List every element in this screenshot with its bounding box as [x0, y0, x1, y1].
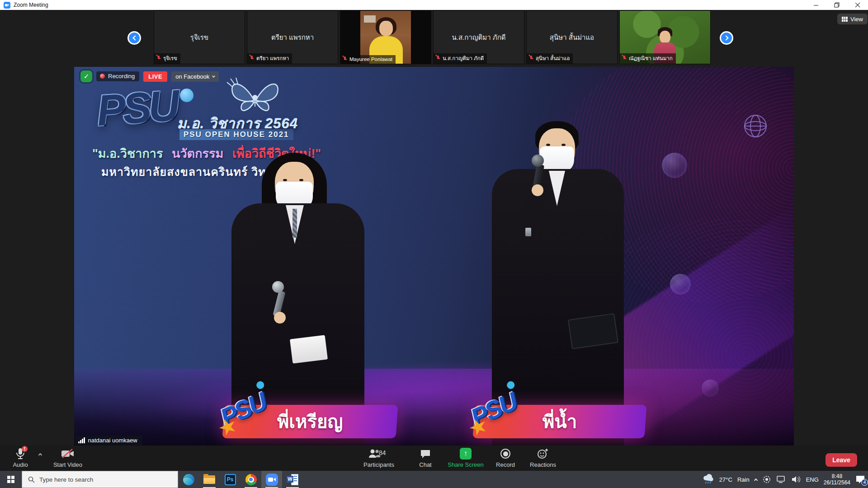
script-paper — [290, 335, 328, 363]
psu-logo: PSU — [95, 80, 178, 136]
network-icon[interactable] — [776, 475, 786, 483]
tray-overflow-caret[interactable] — [754, 478, 757, 482]
shared-screen-video: ✓ Recording LIVE on Facebook PSU — [74, 67, 794, 446]
speaker-name: natdanai uomkaew — [88, 437, 137, 444]
start-video-button[interactable]: Start Video — [50, 448, 86, 468]
taskbar-word-icon[interactable]: W — [282, 471, 303, 488]
presenter-eye — [546, 144, 550, 146]
filmstrip-prev-button[interactable] — [127, 31, 141, 45]
reactions-smiley-icon — [537, 448, 549, 459]
taskbar-zoom-icon[interactable] — [261, 471, 282, 488]
mic-muted-icon — [529, 55, 533, 61]
window-title: Zoom Meeting — [14, 2, 48, 8]
recording-label: Recording — [108, 73, 135, 80]
presenter-eye — [283, 179, 287, 181]
mic-muted-icon — [343, 56, 347, 62]
share-screen-button[interactable]: ↑ Share Screen — [445, 448, 486, 468]
word-letter: W — [287, 476, 293, 483]
participant-label: ณัฏฐณิชา แท่นมาก — [629, 54, 673, 62]
record-dot-icon — [100, 74, 105, 79]
zoom-app-icon — [4, 2, 10, 9]
participant-tile[interactable]: ตรียา แพรกหา ตรียา แพรกหา — [247, 10, 338, 64]
taskbar-chrome-icon[interactable] — [241, 471, 261, 488]
weather-description[interactable]: Rain — [737, 476, 750, 483]
live-badge: LIVE — [143, 71, 167, 82]
chrome-icon — [245, 474, 257, 485]
participant-label: ตรียา แพรกหา — [256, 54, 289, 62]
taskbar-search-input[interactable]: Type here to search — [22, 471, 178, 488]
start-button[interactable] — [0, 471, 22, 488]
title-bar: Zoom Meeting — [0, 0, 868, 10]
event-subtitle: PSU OPEN HOUSE 2021 — [179, 129, 293, 140]
chevron-left-icon — [132, 35, 137, 40]
participant-name: น.ส.กาญติมา ภักดี — [434, 32, 524, 43]
presenter-hand — [532, 184, 543, 196]
word-icon: W — [287, 474, 298, 485]
bubble-decoration — [662, 153, 687, 178]
participant-label: น.ส.กาญติมา ภักดี — [443, 54, 484, 62]
chat-button[interactable]: Chat — [413, 448, 438, 468]
zoom-meeting-window: Zoom Meeting รุจิเรข รุจิเรข ตรียา แพรกห… — [0, 0, 868, 488]
folder-icon — [203, 475, 215, 484]
participant-tile[interactable]: น.ส.กาญติมา ภักดี น.ส.กาญติมา ภักดี — [433, 10, 524, 64]
microphone-head — [532, 155, 544, 167]
participant-name: ตรียา แพรกหา — [247, 32, 338, 43]
minimize-button[interactable] — [806, 0, 826, 10]
audio-button[interactable]: ! Audio — [6, 448, 34, 468]
edge-icon — [183, 474, 194, 485]
mic-muted-icon — [156, 55, 161, 61]
participant-tile-video[interactable]: Mayuree Ponlawat — [340, 10, 431, 64]
record-label: Record — [496, 461, 515, 468]
start-video-label: Start Video — [53, 461, 82, 468]
mic-muted-icon — [436, 55, 440, 61]
video-detail — [379, 21, 393, 36]
view-button[interactable]: View — [837, 14, 868, 24]
weather-rain-icon[interactable] — [703, 474, 714, 485]
reactions-label: Reactions — [530, 461, 556, 468]
taskbar-file-explorer-icon[interactable] — [199, 471, 220, 488]
chat-label: Chat — [419, 461, 431, 468]
tagline-part-2: นวัตกรรม — [172, 147, 223, 160]
recording-indicator[interactable]: Recording — [96, 71, 139, 81]
chevron-down-icon — [212, 74, 215, 77]
taskbar-photoshop-icon[interactable]: Ps — [220, 471, 241, 488]
security-shield-icon[interactable]: ✓ — [80, 70, 92, 82]
action-center-button[interactable]: 4 — [855, 474, 866, 484]
participant-label: สุนิษา สั้นม่าแอ — [536, 54, 570, 62]
participant-tile[interactable]: สุนิษา สั้นม่าแอ สุนิษา สั้นม่าแอ — [526, 10, 618, 64]
mic-muted-icon — [622, 55, 627, 61]
left-presenter-name: พี่เหรียญ — [277, 407, 343, 436]
participant-label: Mayuree Ponlawat — [349, 56, 392, 62]
participants-button[interactable]: 84 Participants — [359, 448, 398, 468]
participant-tile[interactable]: รุจิเรข รุจิเรข — [154, 10, 245, 64]
globe-icon — [742, 113, 769, 139]
suit-emblem — [525, 228, 531, 236]
restore-button[interactable] — [826, 0, 847, 10]
filmstrip-next-button[interactable] — [720, 31, 733, 45]
search-icon — [28, 476, 35, 483]
close-button[interactable] — [847, 0, 868, 10]
taskbar-clock[interactable]: 8:48 26/11/2564 — [824, 473, 850, 486]
record-button[interactable]: Record — [492, 448, 519, 468]
share-screen-label: Share Screen — [448, 461, 484, 468]
speaker-icon[interactable] — [791, 475, 801, 483]
live-destination-dropdown[interactable]: on Facebook — [171, 71, 219, 82]
audio-options-caret[interactable] — [38, 453, 42, 457]
psu-logo-dot — [180, 89, 193, 102]
zoom-icon — [266, 474, 278, 486]
meet-now-icon[interactable] — [762, 475, 771, 484]
view-button-label: View — [850, 16, 863, 23]
weather-temperature[interactable]: 27°C — [719, 476, 732, 483]
participant-tile-video[interactable]: ณัฏฐณิชา แท่นมาก — [619, 10, 711, 64]
participants-count: 84 — [379, 449, 386, 456]
microphone-head — [272, 281, 284, 293]
facebook-label: on Facebook — [175, 73, 209, 80]
leave-button[interactable]: Leave — [826, 453, 857, 467]
grid-view-icon — [842, 17, 848, 22]
language-indicator[interactable]: ENG — [806, 476, 819, 483]
right-presenter-name: พี่น้ำ — [542, 407, 577, 436]
taskbar-edge-icon[interactable] — [178, 471, 199, 488]
reactions-button[interactable]: Reactions — [527, 448, 559, 468]
presenter-eye — [561, 144, 566, 146]
arrow-up-icon: ↑ — [464, 449, 468, 458]
